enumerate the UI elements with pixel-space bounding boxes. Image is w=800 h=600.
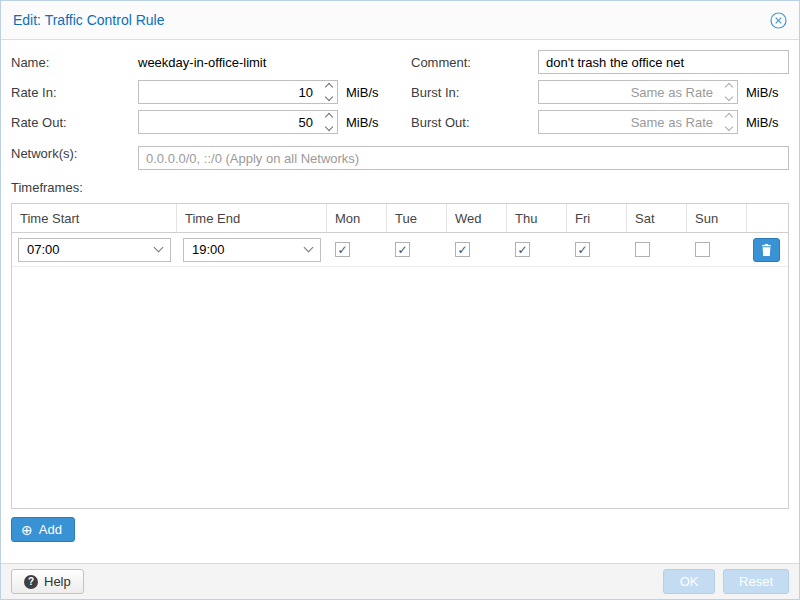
burst-out-spinner[interactable] [726, 110, 732, 134]
burst-in-input[interactable] [538, 80, 738, 104]
chevron-down-icon [154, 243, 164, 253]
time-end-select-cell: 19:00 [177, 238, 327, 262]
timeframes-table-header: Time Start Time End Mon Tue Wed Thu Fri … [12, 204, 788, 233]
dialog-footer: ? Help OK Reset [1, 563, 799, 599]
day-cell-wed: ✓ [447, 242, 507, 257]
comment-label: Comment: [411, 55, 538, 70]
day-checkbox-thu[interactable]: ✓ [515, 242, 530, 257]
add-row: ⊕ Add [11, 517, 789, 542]
close-icon [770, 12, 787, 29]
row-rate-burst-out: Rate Out: MiB/s Burst Out: [11, 110, 789, 134]
row-rate-burst-in: Rate In: MiB/s Burst In: [11, 80, 789, 104]
time-end-select[interactable]: 19:00 [183, 238, 321, 262]
name-label: Name: [11, 55, 138, 70]
time-start-select-cell: 07:00 [12, 238, 177, 262]
spinner-up-icon[interactable] [325, 83, 333, 91]
spinner-down-icon[interactable] [325, 93, 333, 101]
column-header-time-start[interactable]: Time Start [12, 204, 177, 232]
delete-row-button[interactable] [753, 238, 780, 262]
burst-in-spinner[interactable] [726, 80, 732, 104]
dialog-title: Edit: Traffic Control Rule [13, 12, 164, 28]
help-button-label: Help [44, 574, 71, 589]
add-button[interactable]: ⊕ Add [11, 517, 75, 542]
day-cell-tue: ✓ [387, 242, 447, 257]
spinner-up-icon[interactable] [725, 83, 733, 91]
timeframes-label: Timeframes: [11, 180, 789, 195]
help-button[interactable]: ? Help [11, 569, 84, 594]
burst-out-unit: MiB/s [746, 115, 779, 130]
rate-out-unit: MiB/s [346, 115, 379, 130]
edit-traffic-control-rule-dialog: Edit: Traffic Control Rule Name: weekday… [0, 0, 800, 600]
close-button[interactable] [770, 12, 787, 29]
help-icon: ? [24, 575, 38, 589]
burst-in-label: Burst In: [411, 85, 538, 100]
trash-icon [761, 244, 772, 256]
rate-out-spinner[interactable] [326, 110, 332, 134]
day-checkbox-sat[interactable] [635, 242, 650, 257]
column-header-time-end[interactable]: Time End [177, 204, 327, 232]
day-checkbox-wed[interactable]: ✓ [455, 242, 470, 257]
day-cell-sat [627, 242, 687, 257]
spinner-down-icon[interactable] [325, 123, 333, 131]
reset-button[interactable]: Reset [723, 569, 789, 594]
rate-in-unit: MiB/s [346, 85, 379, 100]
column-header-fri[interactable]: Fri [567, 204, 627, 232]
plus-circle-icon: ⊕ [21, 523, 33, 537]
time-start-select-value: 07:00 [27, 242, 60, 257]
rate-in-spinner[interactable] [326, 80, 332, 104]
networks-input[interactable] [138, 146, 789, 170]
column-header-tue[interactable]: Tue [387, 204, 447, 232]
day-cell-mon: ✓ [327, 242, 387, 257]
timeframes-body: 07:0019:00✓✓✓✓✓ [12, 233, 788, 508]
add-button-label: Add [39, 522, 62, 537]
rate-out-input[interactable] [138, 110, 338, 134]
ok-button[interactable]: OK [663, 569, 715, 594]
burst-out-label: Burst Out: [411, 115, 538, 130]
timeframe-row: 07:0019:00✓✓✓✓✓ [12, 233, 788, 267]
spinner-up-icon[interactable] [725, 113, 733, 121]
spinner-up-icon[interactable] [325, 113, 333, 121]
day-checkbox-mon[interactable]: ✓ [335, 242, 350, 257]
row-networks: Network(s): [11, 146, 789, 170]
day-cell-sun [687, 242, 747, 257]
column-header-thu[interactable]: Thu [507, 204, 567, 232]
networks-label: Network(s): [11, 146, 138, 170]
column-header-sun[interactable]: Sun [687, 204, 747, 232]
rate-out-label: Rate Out: [11, 115, 138, 130]
day-cell-thu: ✓ [507, 242, 567, 257]
timeframes-table: Time Start Time End Mon Tue Wed Thu Fri … [11, 203, 789, 509]
rate-in-label: Rate In: [11, 85, 138, 100]
burst-in-unit: MiB/s [746, 85, 779, 100]
dialog-body: Name: weekday-in-office-limit Comment: R… [1, 40, 799, 563]
spinner-down-icon[interactable] [725, 93, 733, 101]
time-end-select-value: 19:00 [192, 242, 225, 257]
row-name-comment: Name: weekday-in-office-limit Comment: [11, 50, 789, 74]
name-value: weekday-in-office-limit [138, 55, 266, 70]
chevron-down-icon [304, 243, 314, 253]
dialog-header: Edit: Traffic Control Rule [1, 1, 799, 40]
column-header-wed[interactable]: Wed [447, 204, 507, 232]
column-header-mon[interactable]: Mon [327, 204, 387, 232]
rate-in-input[interactable] [138, 80, 338, 104]
column-header-actions [747, 204, 788, 232]
day-checkbox-fri[interactable]: ✓ [575, 242, 590, 257]
day-cell-fri: ✓ [567, 242, 627, 257]
burst-out-input[interactable] [538, 110, 738, 134]
comment-input[interactable] [538, 50, 789, 74]
actions-cell [747, 238, 788, 262]
column-header-sat[interactable]: Sat [627, 204, 687, 232]
time-start-select[interactable]: 07:00 [18, 238, 171, 262]
day-checkbox-sun[interactable] [695, 242, 710, 257]
spinner-down-icon[interactable] [725, 123, 733, 131]
day-checkbox-tue[interactable]: ✓ [395, 242, 410, 257]
